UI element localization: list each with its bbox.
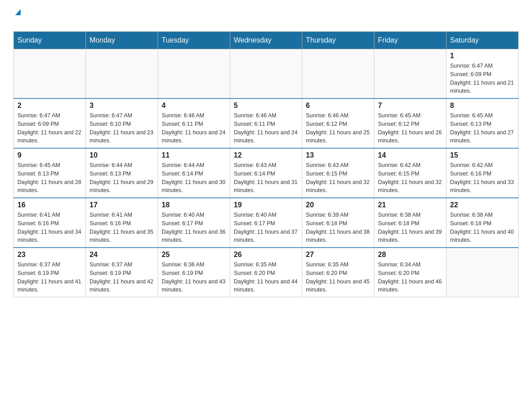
weekday-header-row: SundayMondayTuesdayWednesdayThursdayFrid… — [14, 32, 519, 49]
weekday-header-wednesday: Wednesday — [230, 32, 302, 49]
day-info: Sunrise: 6:35 AM Sunset: 6:20 PM Dayligh… — [306, 261, 370, 294]
day-info: Sunrise: 6:45 AM Sunset: 6:12 PM Dayligh… — [378, 111, 442, 145]
day-number: 13 — [306, 151, 370, 159]
day-number: 2 — [17, 102, 82, 110]
day-number: 20 — [306, 201, 370, 209]
calendar-day-cell: 18Sunrise: 6:40 AM Sunset: 6:17 PM Dayli… — [158, 198, 230, 248]
day-info: Sunrise: 6:44 AM Sunset: 6:13 PM Dayligh… — [90, 161, 154, 195]
day-info: Sunrise: 6:35 AM Sunset: 6:20 PM Dayligh… — [234, 261, 298, 294]
calendar-day-cell: 12Sunrise: 6:43 AM Sunset: 6:14 PM Dayli… — [230, 148, 302, 198]
calendar-day-cell: 8Sunrise: 6:45 AM Sunset: 6:13 PM Daylig… — [446, 98, 519, 148]
calendar-day-cell — [86, 49, 158, 99]
calendar-day-cell: 21Sunrise: 6:38 AM Sunset: 6:18 PM Dayli… — [374, 198, 446, 248]
calendar-day-cell: 5Sunrise: 6:46 AM Sunset: 6:11 PM Daylig… — [230, 98, 302, 148]
calendar-day-cell: 20Sunrise: 6:39 AM Sunset: 6:18 PM Dayli… — [302, 198, 374, 248]
day-number: 26 — [234, 251, 298, 259]
day-info: Sunrise: 6:40 AM Sunset: 6:17 PM Dayligh… — [162, 211, 226, 244]
weekday-header-saturday: Saturday — [446, 32, 519, 49]
day-info: Sunrise: 6:47 AM Sunset: 6:09 PM Dayligh… — [450, 62, 515, 95]
day-info: Sunrise: 6:46 AM Sunset: 6:11 PM Dayligh… — [234, 111, 298, 145]
day-info: Sunrise: 6:38 AM Sunset: 6:18 PM Dayligh… — [378, 211, 442, 244]
day-number: 6 — [306, 102, 370, 110]
page-header — [13, 9, 519, 27]
calendar-table: SundayMondayTuesdayWednesdayThursdayFrid… — [13, 31, 519, 297]
day-info: Sunrise: 6:37 AM Sunset: 6:19 PM Dayligh… — [90, 261, 154, 294]
calendar-day-cell — [446, 248, 519, 297]
day-info: Sunrise: 6:36 AM Sunset: 6:19 PM Dayligh… — [162, 261, 226, 294]
day-info: Sunrise: 6:42 AM Sunset: 6:16 PM Dayligh… — [450, 161, 515, 195]
day-number: 19 — [234, 201, 298, 209]
calendar-day-cell: 6Sunrise: 6:46 AM Sunset: 6:12 PM Daylig… — [302, 98, 374, 148]
day-number: 21 — [378, 201, 442, 209]
day-number: 11 — [162, 151, 226, 159]
day-info: Sunrise: 6:43 AM Sunset: 6:15 PM Dayligh… — [306, 161, 370, 195]
calendar-week-row: 9Sunrise: 6:45 AM Sunset: 6:13 PM Daylig… — [14, 148, 519, 198]
day-info: Sunrise: 6:43 AM Sunset: 6:14 PM Dayligh… — [234, 161, 298, 195]
calendar-day-cell: 15Sunrise: 6:42 AM Sunset: 6:16 PM Dayli… — [446, 148, 519, 198]
calendar-day-cell — [302, 49, 374, 99]
day-number: 9 — [17, 151, 82, 159]
calendar-week-row: 2Sunrise: 6:47 AM Sunset: 6:09 PM Daylig… — [14, 98, 519, 148]
calendar-day-cell — [14, 49, 86, 99]
day-info: Sunrise: 6:39 AM Sunset: 6:18 PM Dayligh… — [306, 211, 370, 244]
weekday-header-monday: Monday — [86, 32, 158, 49]
day-number: 8 — [450, 102, 515, 110]
day-info: Sunrise: 6:41 AM Sunset: 6:16 PM Dayligh… — [90, 211, 154, 244]
calendar-day-cell: 24Sunrise: 6:37 AM Sunset: 6:19 PM Dayli… — [86, 248, 158, 297]
day-info: Sunrise: 6:42 AM Sunset: 6:15 PM Dayligh… — [378, 161, 442, 195]
day-info: Sunrise: 6:44 AM Sunset: 6:14 PM Dayligh… — [162, 161, 226, 195]
day-info: Sunrise: 6:40 AM Sunset: 6:17 PM Dayligh… — [234, 211, 298, 244]
calendar-week-row: 1Sunrise: 6:47 AM Sunset: 6:09 PM Daylig… — [14, 49, 519, 99]
calendar-day-cell: 4Sunrise: 6:46 AM Sunset: 6:11 PM Daylig… — [158, 98, 230, 148]
day-number: 14 — [378, 151, 442, 159]
calendar-week-row: 16Sunrise: 6:41 AM Sunset: 6:16 PM Dayli… — [14, 198, 519, 248]
day-info: Sunrise: 6:41 AM Sunset: 6:16 PM Dayligh… — [17, 211, 82, 244]
day-number: 5 — [234, 102, 298, 110]
calendar-day-cell: 25Sunrise: 6:36 AM Sunset: 6:19 PM Dayli… — [158, 248, 230, 297]
calendar-day-cell: 3Sunrise: 6:47 AM Sunset: 6:10 PM Daylig… — [86, 98, 158, 148]
calendar-day-cell: 16Sunrise: 6:41 AM Sunset: 6:16 PM Dayli… — [14, 198, 86, 248]
weekday-header-sunday: Sunday — [14, 32, 86, 49]
day-info: Sunrise: 6:47 AM Sunset: 6:10 PM Dayligh… — [90, 111, 154, 145]
calendar-day-cell: 27Sunrise: 6:35 AM Sunset: 6:20 PM Dayli… — [302, 248, 374, 297]
day-number: 7 — [378, 102, 442, 110]
day-number: 17 — [90, 201, 154, 209]
logo — [13, 9, 21, 27]
day-number: 16 — [17, 201, 82, 209]
day-number: 27 — [306, 251, 370, 259]
day-number: 10 — [90, 151, 154, 159]
calendar-day-cell: 1Sunrise: 6:47 AM Sunset: 6:09 PM Daylig… — [446, 49, 519, 99]
day-number: 3 — [90, 102, 154, 110]
day-number: 23 — [17, 251, 82, 259]
day-info: Sunrise: 6:45 AM Sunset: 6:13 PM Dayligh… — [17, 161, 82, 195]
day-info: Sunrise: 6:46 AM Sunset: 6:12 PM Dayligh… — [306, 111, 370, 145]
day-number: 22 — [450, 201, 515, 209]
day-number: 28 — [378, 251, 442, 259]
day-info: Sunrise: 6:47 AM Sunset: 6:09 PM Dayligh… — [17, 111, 82, 145]
calendar-day-cell: 26Sunrise: 6:35 AM Sunset: 6:20 PM Dayli… — [230, 248, 302, 297]
calendar-day-cell: 7Sunrise: 6:45 AM Sunset: 6:12 PM Daylig… — [374, 98, 446, 148]
day-info: Sunrise: 6:34 AM Sunset: 6:20 PM Dayligh… — [378, 261, 442, 294]
day-number: 15 — [450, 151, 515, 159]
calendar-day-cell: 11Sunrise: 6:44 AM Sunset: 6:14 PM Dayli… — [158, 148, 230, 198]
calendar-day-cell: 13Sunrise: 6:43 AM Sunset: 6:15 PM Dayli… — [302, 148, 374, 198]
day-number: 24 — [90, 251, 154, 259]
calendar-day-cell: 19Sunrise: 6:40 AM Sunset: 6:17 PM Dayli… — [230, 198, 302, 248]
day-number: 18 — [162, 201, 226, 209]
day-number: 25 — [162, 251, 226, 259]
day-number: 1 — [450, 52, 515, 60]
calendar-day-cell: 10Sunrise: 6:44 AM Sunset: 6:13 PM Dayli… — [86, 148, 158, 198]
weekday-header-tuesday: Tuesday — [158, 32, 230, 49]
calendar-day-cell: 28Sunrise: 6:34 AM Sunset: 6:20 PM Dayli… — [374, 248, 446, 297]
day-info: Sunrise: 6:38 AM Sunset: 6:18 PM Dayligh… — [450, 211, 515, 244]
calendar-day-cell: 17Sunrise: 6:41 AM Sunset: 6:16 PM Dayli… — [86, 198, 158, 248]
calendar-day-cell: 14Sunrise: 6:42 AM Sunset: 6:15 PM Dayli… — [374, 148, 446, 198]
calendar-day-cell — [230, 49, 302, 99]
day-info: Sunrise: 6:46 AM Sunset: 6:11 PM Dayligh… — [162, 111, 226, 145]
calendar-day-cell: 9Sunrise: 6:45 AM Sunset: 6:13 PM Daylig… — [14, 148, 86, 198]
day-info: Sunrise: 6:45 AM Sunset: 6:13 PM Dayligh… — [450, 111, 515, 145]
weekday-header-thursday: Thursday — [302, 32, 374, 49]
calendar-day-cell: 22Sunrise: 6:38 AM Sunset: 6:18 PM Dayli… — [446, 198, 519, 248]
day-number: 4 — [162, 102, 226, 110]
calendar-day-cell — [158, 49, 230, 99]
